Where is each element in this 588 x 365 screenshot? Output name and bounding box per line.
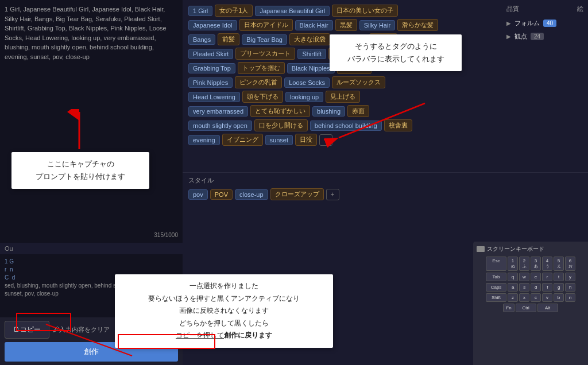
tag-grabbing-en[interactable]: Grabbing Top bbox=[188, 63, 235, 73]
key-fn[interactable]: Fn bbox=[503, 304, 514, 312]
annotation-right-line1: そうするとタグのように bbox=[339, 40, 452, 53]
tag-pinknipples-jp[interactable]: ピンクの乳首 bbox=[235, 76, 282, 88]
tag-1girl-jp[interactable]: 女の子1人 bbox=[215, 5, 253, 17]
key-5[interactable]: 5え bbox=[554, 257, 564, 271]
annotation-left: ここにキャプチャの プロンプトを貼り付けます bbox=[11, 152, 149, 189]
tag-japanese-beautiful-girl[interactable]: Japanese Beautiful Girl bbox=[255, 6, 330, 16]
key-s[interactable]: s bbox=[519, 283, 529, 292]
tag-sunset-en[interactable]: sunset bbox=[265, 135, 293, 145]
tag-lookingup-en[interactable]: looking up bbox=[285, 92, 323, 102]
key-f[interactable]: f bbox=[542, 283, 552, 292]
key-x[interactable]: x bbox=[519, 293, 529, 302]
tag-mouth-jp[interactable]: 口を少し開ける bbox=[254, 119, 308, 131]
key-esc[interactable]: Esc bbox=[486, 257, 506, 271]
form-badge: 40 bbox=[543, 20, 556, 27]
quality-label: 品質 bbox=[506, 5, 519, 13]
keyboard-title-text: スクリーンキーボード bbox=[487, 245, 544, 253]
view-arrow-icon: ▶ bbox=[506, 33, 511, 40]
form-label: フォルム bbox=[514, 19, 540, 28]
tag-pinknipples-en[interactable]: Pink Nipples bbox=[188, 77, 233, 88]
style-section: スタイル pov POV close-up クローズアップ + bbox=[183, 172, 588, 206]
key-ctrl[interactable]: Ctrl bbox=[516, 304, 536, 312]
tag-evening-jp[interactable]: イブニング bbox=[222, 134, 263, 146]
key-1[interactable]: 1ぬ bbox=[508, 257, 518, 271]
annotation-bottom-line5-normal: コピーを押して bbox=[176, 331, 224, 339]
tag-loosesocks-en[interactable]: Loose Socks bbox=[284, 77, 330, 88]
key-alt[interactable]: Alt bbox=[537, 304, 558, 312]
tag-1girl-en[interactable]: 1 Girl bbox=[188, 6, 212, 16]
tag-grabbing-jp[interactable]: トップを掴む bbox=[238, 62, 285, 74]
key-n[interactable]: n bbox=[565, 293, 575, 302]
key-y[interactable]: y bbox=[565, 273, 575, 281]
style-closeup-jp[interactable]: クローズアップ bbox=[270, 188, 324, 200]
tag-black-hair-en[interactable]: Black Hair bbox=[295, 20, 333, 30]
keyboard-row-5: Fn Ctrl Alt bbox=[477, 304, 585, 312]
tag-pleated-jp[interactable]: プリーツスカート bbox=[235, 48, 295, 60]
key-d[interactable]: d bbox=[531, 283, 541, 292]
tag-embarrassed-jp[interactable]: とても恥ずかしい bbox=[250, 105, 310, 117]
key-3[interactable]: 3あ bbox=[531, 257, 541, 271]
annotation-left-line2: プロンプトを貼り付けます bbox=[21, 170, 140, 183]
key-tab[interactable]: Tab bbox=[486, 273, 506, 281]
keyboard-row-4: Shift z x c v b n bbox=[477, 293, 585, 302]
tag-japanese-idol-en[interactable]: Japanese Idol bbox=[188, 20, 237, 30]
drawing-label: 絵 bbox=[577, 5, 583, 13]
key-z[interactable]: z bbox=[508, 293, 518, 302]
key-caps[interactable]: Caps bbox=[486, 283, 507, 292]
key-h[interactable]: h bbox=[565, 283, 575, 292]
key-b[interactable]: b bbox=[554, 293, 564, 302]
style-pov-jp[interactable]: POV bbox=[210, 189, 233, 200]
key-g[interactable]: g bbox=[554, 283, 564, 292]
annotation-right: そうするとタグのように バラバラに表示してくれます bbox=[330, 34, 462, 71]
tag-silky-hair-jp[interactable]: 滑らかな髪 bbox=[397, 19, 438, 31]
style-closeup-en[interactable]: close-up bbox=[235, 189, 268, 200]
annotation-right-line2: バラバラに表示してくれます bbox=[339, 53, 452, 65]
tag-pleated-en[interactable]: Pleated Skirt bbox=[188, 49, 233, 59]
red-arrow-right bbox=[322, 92, 436, 149]
view-label: 観点 bbox=[514, 32, 527, 41]
tag-black-hair-jp[interactable]: 黒髪 bbox=[335, 19, 357, 31]
key-r[interactable]: r bbox=[542, 273, 552, 281]
keyboard-row-3: Caps a s d f g h bbox=[477, 283, 585, 292]
tag-bigtear-en[interactable]: Big Tear Bag bbox=[242, 34, 287, 45]
key-4[interactable]: 4う bbox=[542, 257, 552, 271]
tags-row-6: Pink Nipples ピンクの乳首 Loose Socks ルーズソックス bbox=[188, 76, 582, 88]
form-arrow-icon: ▶ bbox=[506, 20, 511, 26]
keyboard-row-1: Esc 1ぬ 2ふ 3あ 4う 5え 6お bbox=[477, 257, 585, 271]
tag-bangs-jp[interactable]: 前髪 bbox=[218, 33, 239, 45]
annotation-bottom-line5-bold: 創作に戻ります bbox=[224, 331, 272, 339]
key-v[interactable]: v bbox=[542, 293, 552, 302]
tag-evening-en[interactable]: evening bbox=[188, 135, 220, 145]
style-pov-en[interactable]: pov bbox=[188, 189, 208, 200]
tag-headlowering-jp[interactable]: 頭を下げる bbox=[242, 91, 283, 103]
tag-bangs-en[interactable]: Bangs bbox=[188, 34, 215, 45]
tag-japanese-beautiful-girl-jp[interactable]: 日本の美しい女の子 bbox=[332, 5, 398, 17]
key-2[interactable]: 2ふ bbox=[519, 257, 529, 271]
tag-shirtlift-en[interactable]: Shirtlift bbox=[297, 49, 326, 59]
output-label: Ou bbox=[0, 243, 183, 254]
red-line-to-copy bbox=[17, 321, 167, 365]
tag-japanese-idol-jp[interactable]: 日本のアイドル bbox=[239, 19, 293, 31]
key-t[interactable]: t bbox=[554, 273, 564, 281]
key-w[interactable]: w bbox=[519, 273, 529, 281]
tag-bigtear-jp[interactable]: 大きな涙袋 bbox=[289, 33, 330, 45]
keyboard-icon bbox=[477, 246, 485, 252]
tag-headlowering-en[interactable]: Head Lowering bbox=[188, 92, 240, 102]
tag-embarrassed-en[interactable]: very embarrassed bbox=[188, 106, 248, 117]
style-label: スタイル bbox=[188, 176, 582, 185]
key-shift[interactable]: Shift bbox=[486, 293, 506, 302]
tag-loosesocks-jp[interactable]: ルーズソックス bbox=[332, 76, 385, 88]
char-count: 315/1000 bbox=[154, 231, 178, 239]
add-style-tag-button[interactable]: + bbox=[326, 189, 339, 200]
key-q[interactable]: q bbox=[508, 273, 518, 281]
tag-blacknipples-en[interactable]: Black Nipples bbox=[287, 63, 335, 73]
key-e[interactable]: e bbox=[531, 273, 541, 281]
key-c[interactable]: c bbox=[531, 293, 541, 302]
tag-mouth-en[interactable]: mouth slightly open bbox=[188, 121, 252, 131]
key-a[interactable]: a bbox=[508, 283, 518, 292]
key-6[interactable]: 6お bbox=[565, 257, 575, 271]
tag-silky-hair-en[interactable]: Silky Hair bbox=[359, 20, 395, 30]
keyboard-title: スクリーンキーボード bbox=[477, 245, 585, 253]
tag-sunset-jp[interactable]: 日没 bbox=[295, 134, 317, 146]
svg-line-7 bbox=[46, 324, 132, 356]
